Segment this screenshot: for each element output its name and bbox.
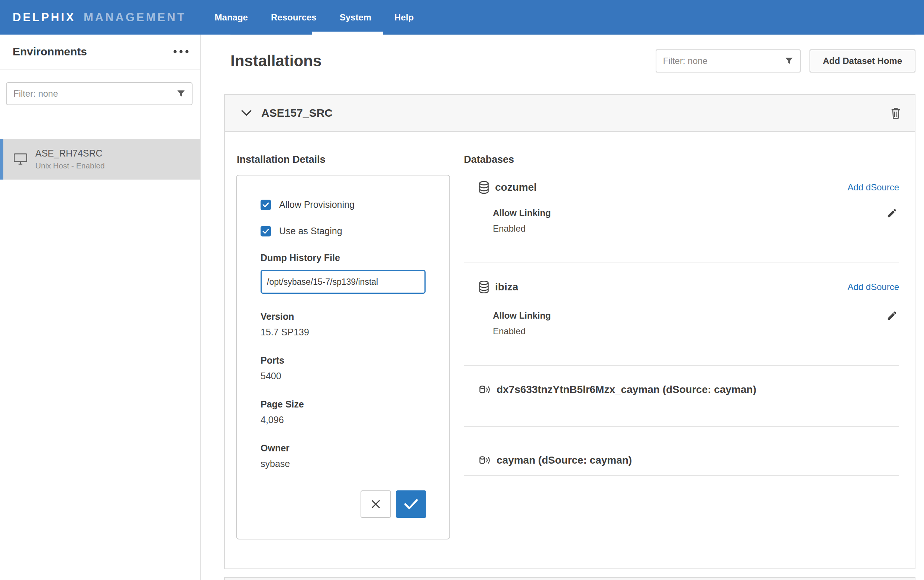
page-header: Installations Add Dataset Home	[230, 49, 916, 72]
main-content: Installations Add Dataset Home ASE157_SR…	[201, 35, 924, 580]
add-dsource-link[interactable]: Add dSource	[847, 282, 899, 292]
use-as-staging-checkbox[interactable]	[261, 226, 271, 236]
database-item-cayman: cayman (dSource: cayman)	[464, 427, 899, 476]
installations-filter-input[interactable]	[663, 55, 784, 66]
environments-sidebar: Environments ASE_RH74SRC Unix Host - Ena…	[0, 35, 201, 580]
brand-secondary: MANAGEMENT	[84, 11, 186, 24]
top-navigation-bar: DELPHIX MANAGEMENT Manage Resources Syst…	[0, 0, 924, 35]
version-value: 15.7 SP139	[261, 326, 426, 338]
delphix-logo: DELPHIX MANAGEMENT	[13, 11, 186, 24]
installation-details-form: Allow Provisioning Use as Staging Dump H…	[236, 175, 450, 539]
nav-item-help[interactable]: Help	[383, 0, 425, 35]
dump-history-file-label: Dump History File	[261, 252, 426, 263]
environment-item-selected[interactable]: ASE_RH74SRC Unix Host - Enabled	[0, 139, 200, 180]
filter-funnel-icon[interactable]	[784, 56, 794, 66]
check-icon	[404, 499, 418, 509]
allow-linking-value: Enabled	[493, 223, 899, 234]
owner-value: sybase	[261, 458, 426, 469]
databases-heading: Databases	[464, 153, 899, 166]
delete-installation-button[interactable]	[890, 106, 901, 120]
sidebar-filter-input[interactable]	[13, 88, 176, 99]
database-row: cozumel Add dSource	[464, 179, 899, 196]
allow-linking-label: Allow Linking	[493, 208, 899, 219]
ellipsis-icon	[173, 50, 189, 54]
add-dataset-home-button[interactable]: Add Dataset Home	[809, 49, 916, 72]
database-name: ibiza	[495, 281, 518, 293]
details-form-actions	[360, 490, 426, 518]
owner-label: Owner	[261, 442, 426, 453]
database-item-dx7s633-cayman: dx7s633tnzYtnB5lr6Mzx_cayman (dSource: c…	[464, 366, 899, 427]
allow-provisioning-checkbox[interactable]	[261, 199, 271, 210]
database-item-cozumel: cozumel Add dSource Allow Linking Enable…	[464, 166, 899, 262]
allow-linking-block: Allow Linking Enabled	[464, 208, 899, 234]
installations-filter	[656, 49, 801, 72]
page-title: Installations	[230, 52, 322, 70]
active-tab-indicator	[312, 31, 383, 36]
installation-panel-body: Installation Details Allow Provisioning …	[225, 132, 915, 539]
ports-label: Ports	[261, 355, 426, 366]
nav-item-manage[interactable]: Manage	[203, 0, 260, 35]
version-label: Version	[261, 311, 426, 322]
allow-provisioning-row[interactable]: Allow Provisioning	[261, 199, 426, 210]
dsource-database-icon	[479, 455, 491, 465]
databases-column: Databases cozumel Add dSource Allow Link…	[464, 141, 899, 539]
environment-name: ASE_RH74SRC	[35, 148, 105, 159]
page-size-label: Page Size	[261, 399, 426, 410]
dump-history-file-input[interactable]	[261, 270, 426, 294]
next-installation-panel-header[interactable]	[224, 577, 916, 580]
cancel-button[interactable]	[360, 490, 391, 518]
environment-list: ASE_RH74SRC Unix Host - Enabled	[0, 139, 200, 180]
installation-details-heading: Installation Details	[237, 153, 450, 166]
sidebar-filter	[6, 82, 192, 105]
installation-panel-header[interactable]: ASE157_SRC	[225, 95, 915, 132]
database-icon	[479, 181, 489, 194]
database-row: cayman (dSource: cayman)	[464, 452, 899, 468]
allow-linking-label: Allow Linking	[493, 310, 899, 321]
pencil-icon	[886, 310, 898, 321]
add-dsource-link[interactable]: Add dSource	[847, 182, 899, 193]
database-name: cozumel	[495, 181, 537, 193]
use-as-staging-label: Use as Staging	[279, 226, 342, 236]
database-item-ibiza: ibiza Add dSource Allow Linking Enabled	[464, 262, 899, 366]
sidebar-header: Environments	[0, 35, 200, 69]
environment-item-text: ASE_RH74SRC Unix Host - Enabled	[35, 148, 105, 170]
top-nav: Manage Resources System Help	[203, 0, 426, 35]
sidebar-menu-button[interactable]	[172, 46, 190, 57]
database-name: dx7s633tnzYtnB5lr6Mzx_cayman (dSource: c…	[497, 384, 756, 395]
pencil-icon	[886, 208, 898, 219]
sidebar-title: Environments	[13, 45, 87, 58]
host-monitor-icon	[14, 153, 27, 165]
allow-linking-value: Enabled	[493, 326, 899, 337]
page-size-value: 4,096	[261, 414, 426, 425]
nav-item-system[interactable]: System	[328, 0, 383, 35]
chevron-down-icon[interactable]	[241, 110, 252, 116]
installation-details-column: Installation Details Allow Provisioning …	[236, 141, 450, 539]
trash-icon	[890, 106, 901, 120]
close-icon	[370, 498, 382, 510]
allow-provisioning-label: Allow Provisioning	[279, 199, 355, 210]
database-row: ibiza Add dSource	[464, 279, 899, 295]
database-row: dx7s633tnzYtnB5lr6Mzx_cayman (dSource: c…	[464, 381, 899, 398]
dsource-database-icon	[479, 384, 491, 395]
filter-funnel-icon[interactable]	[176, 89, 186, 99]
brand-primary: DELPHIX	[13, 11, 76, 24]
installation-name: ASE157_SRC	[261, 107, 333, 119]
database-name: cayman (dSource: cayman)	[497, 454, 632, 466]
ports-value: 5400	[261, 370, 426, 381]
confirm-button[interactable]	[396, 490, 426, 518]
edit-allow-linking-button[interactable]	[886, 208, 898, 219]
database-icon	[479, 281, 489, 293]
nav-item-resources[interactable]: Resources	[260, 0, 328, 35]
allow-linking-block: Allow Linking Enabled	[464, 310, 899, 337]
edit-allow-linking-button[interactable]	[886, 310, 898, 321]
installation-panel: ASE157_SRC Installation Details Allow Pr…	[224, 94, 916, 569]
environment-status: Unix Host - Enabled	[35, 161, 105, 170]
use-as-staging-row[interactable]: Use as Staging	[261, 226, 426, 236]
